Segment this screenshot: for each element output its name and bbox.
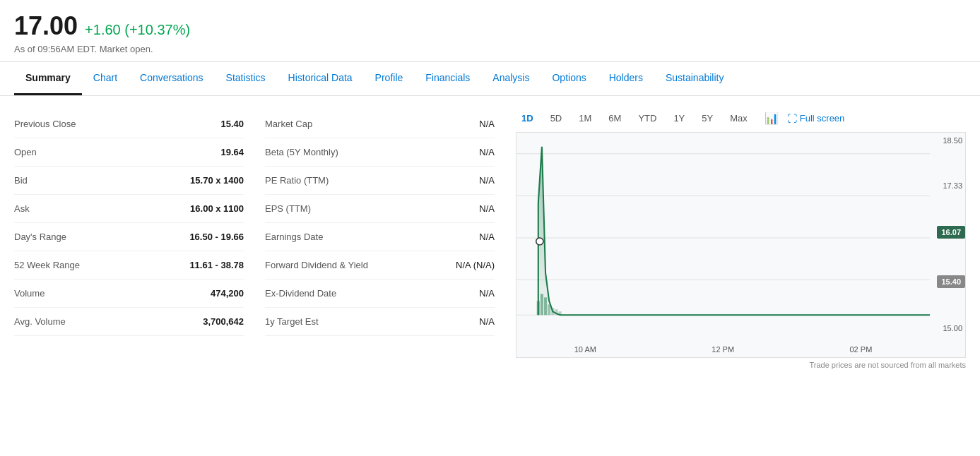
fullscreen-button[interactable]: ⛶ Full screen [787,113,845,124]
value-52-week-range: 11.61 - 38.78 [189,260,244,270]
value-ask: 16.00 x 1100 [190,203,244,214]
time-btn-1y[interactable]: 1Y [668,110,690,126]
tab-sustainability[interactable]: Sustainability [654,62,736,95]
label-market-cap: Market Cap [265,119,312,129]
table-row: Avg. Volume 3,700,642 [14,308,244,336]
time-btn-6m[interactable]: 6M [603,110,627,126]
label-ex-dividend: Ex-Dividend Date [265,288,336,299]
tab-summary[interactable]: Summary [14,62,82,95]
value-1y-target: N/A [479,316,495,327]
chart-type-icon[interactable]: 📊 [764,112,779,125]
time-btn-max[interactable]: Max [724,110,753,126]
chart-controls: 1D 5D 1M 6M YTD 1Y 5Y Max 📊 ⛶ Full scree… [516,110,966,126]
svg-rect-10 [551,308,554,315]
label-forward-dividend: Forward Dividend & Yield [265,260,368,270]
value-earnings-date: N/A [479,232,495,242]
time-btn-1d[interactable]: 1D [516,110,539,126]
table-row: Ask 16.00 x 1100 [14,195,244,223]
value-pe-ratio: N/A [479,175,495,186]
y-label-bottom: 15.00 [930,324,965,332]
value-days-range: 16.50 - 19.66 [189,232,244,242]
price-badge-green: 16.07 [937,226,965,239]
table-row: Beta (5Y Monthly) N/A [265,138,495,167]
svg-rect-9 [548,304,550,315]
y-label-2: 17.33 [930,181,965,190]
price-row: 17.00 +1.60 (+10.37%) [14,11,966,41]
x-label-12pm: 12 PM [712,345,734,354]
value-avg-volume: 3,700,642 [203,316,244,327]
time-btn-5y[interactable]: 5Y [696,110,719,126]
label-ask: Ask [14,203,30,214]
price-section: 17.00 +1.60 (+10.37%) As of 09:56AM EDT.… [0,0,980,62]
label-avg-volume: Avg. Volume [14,316,66,327]
table-row: 1y Target Est N/A [265,308,495,336]
table-row: Previous Close 15.40 [14,110,244,138]
value-market-cap: N/A [479,119,495,129]
label-open: Open [14,147,37,157]
svg-rect-12 [559,311,562,315]
fullscreen-icon: ⛶ [787,113,797,124]
svg-point-13 [536,238,543,245]
tab-options[interactable]: Options [541,62,597,95]
data-tables: Previous Close 15.40 Open 19.64 Bid 15.7… [14,110,495,369]
table-row: EPS (TTM) N/A [265,195,495,223]
price-change: +1.60 (+10.37%) [85,22,190,38]
left-data-column: Previous Close 15.40 Open 19.64 Bid 15.7… [14,110,244,369]
label-1y-target: 1y Target Est [265,316,319,327]
price-badge-gray: 15.40 [937,275,965,288]
svg-rect-7 [541,294,543,315]
current-price: 17.00 [14,11,78,41]
value-previous-close: 15.40 [220,119,244,129]
x-label-10am: 10 AM [574,345,596,354]
chart-svg [516,133,930,336]
value-eps: N/A [479,203,495,214]
label-previous-close: Previous Close [14,119,76,129]
table-row: Open 19.64 [14,138,244,167]
x-axis-labels: 10 AM 12 PM 02 PM [516,345,930,354]
chart-section: 1D 5D 1M 6M YTD 1Y 5Y Max 📊 ⛶ Full scree… [516,110,966,369]
table-row: Day's Range 16.50 - 19.66 [14,223,244,251]
table-row: PE Ratio (TTM) N/A [265,167,495,195]
table-row: Market Cap N/A [265,110,495,138]
tab-chart[interactable]: Chart [82,62,129,95]
table-row: 52 Week Range 11.61 - 38.78 [14,251,244,280]
tab-holders[interactable]: Holders [598,62,654,95]
svg-rect-11 [555,309,557,315]
tab-conversations[interactable]: Conversations [129,62,215,95]
price-timestamp: As of 09:56AM EDT. Market open. [14,44,966,54]
label-52-week-range: 52 Week Range [14,260,80,270]
label-volume: Volume [14,288,45,299]
svg-marker-5 [538,147,930,315]
x-label-2pm: 02 PM [850,345,873,354]
table-row: Bid 15.70 x 1400 [14,167,244,195]
table-row: Forward Dividend & Yield N/A (N/A) [265,251,495,280]
tab-profile[interactable]: Profile [364,62,415,95]
label-days-range: Day's Range [14,232,66,242]
time-btn-1m[interactable]: 1M [573,110,597,126]
label-eps: EPS (TTM) [265,203,311,214]
tab-financials[interactable]: Financials [414,62,481,95]
svg-rect-8 [544,297,547,315]
navigation-tabs: Summary Chart Conversations Statistics H… [0,62,980,96]
label-bid: Bid [14,175,28,186]
main-content: Previous Close 15.40 Open 19.64 Bid 15.7… [0,96,980,383]
right-data-column: Market Cap N/A Beta (5Y Monthly) N/A PE … [265,110,495,369]
chart-container: 18.50 17.33 16.07 15.40 15.00 10 AM 12 P… [516,132,966,358]
value-bid: 15.70 x 1400 [190,175,244,186]
tab-historical-data[interactable]: Historical Data [277,62,364,95]
y-axis-labels: 18.50 17.33 16.07 15.40 15.00 [930,133,965,336]
tab-statistics[interactable]: Statistics [215,62,277,95]
table-row: Volume 474,200 [14,280,244,308]
value-volume: 474,200 [211,288,244,299]
time-btn-ytd[interactable]: YTD [632,110,662,126]
time-btn-5d[interactable]: 5D [545,110,568,126]
table-row: Ex-Dividend Date N/A [265,280,495,308]
value-open: 19.64 [220,147,244,157]
tab-analysis[interactable]: Analysis [481,62,541,95]
y-label-top: 18.50 [930,136,965,145]
table-row: Earnings Date N/A [265,223,495,251]
label-earnings-date: Earnings Date [265,232,323,242]
svg-rect-6 [537,301,540,315]
value-ex-dividend: N/A [479,288,495,299]
label-beta: Beta (5Y Monthly) [265,147,338,157]
